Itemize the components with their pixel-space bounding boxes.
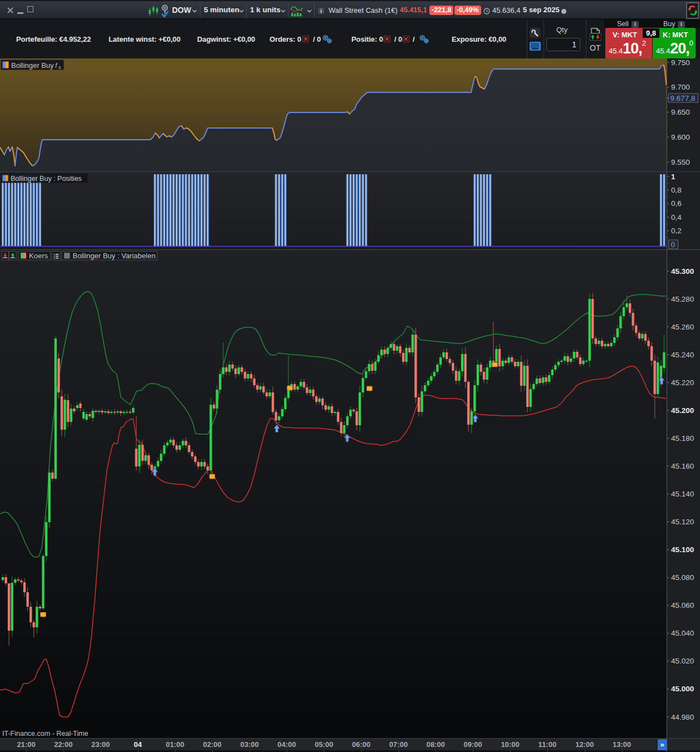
svg-text:9.750: 9.750	[671, 58, 690, 67]
svg-text:45.020: 45.020	[671, 657, 694, 665]
svg-text:Bollinger Buy : Posities: Bollinger Buy : Posities	[11, 175, 82, 183]
svg-text:9.700: 9.700	[671, 83, 690, 91]
svg-text:IT-Finance.com - Real-Time: IT-Finance.com - Real-Time	[2, 730, 88, 738]
svg-text:45.180: 45.180	[671, 434, 694, 443]
svg-text:45.260: 45.260	[671, 323, 694, 331]
svg-text:0,6: 0,6	[671, 199, 682, 208]
svg-text:45.100: 45.100	[671, 545, 694, 554]
svg-text:Bollinger Buy : Variabelen: Bollinger Buy : Variabelen	[73, 252, 156, 260]
svg-text:45.060: 45.060	[671, 601, 694, 610]
svg-text:45.120: 45.120	[671, 518, 694, 526]
svg-text:0,2: 0,2	[671, 227, 682, 235]
svg-text:45.300: 45.300	[671, 267, 694, 276]
svg-text:0,4: 0,4	[671, 213, 682, 222]
svg-text:9.650: 9.650	[671, 108, 690, 116]
svg-text:45.160: 45.160	[671, 462, 694, 470]
svg-text:9.600: 9.600	[671, 133, 690, 141]
svg-text:45.000: 45.000	[671, 685, 694, 693]
svg-text:9.677,8: 9.677,8	[670, 94, 696, 102]
svg-text:45.240: 45.240	[671, 351, 694, 359]
svg-text:Bollinger Buy: Bollinger Buy	[11, 61, 54, 70]
svg-text:45.140: 45.140	[671, 490, 694, 498]
svg-text:45.220: 45.220	[671, 379, 694, 387]
svg-text:9.550: 9.550	[671, 158, 690, 166]
svg-text:45.040: 45.040	[671, 629, 694, 637]
svg-text:45.280: 45.280	[671, 295, 694, 303]
svg-text:45.080: 45.080	[671, 573, 694, 582]
svg-text:44.980: 44.980	[671, 713, 694, 721]
svg-text:45.200: 45.200	[671, 406, 694, 415]
svg-text:0,8: 0,8	[671, 186, 682, 194]
svg-text:Koers: Koers	[29, 252, 48, 260]
svg-text:1: 1	[671, 173, 675, 181]
svg-text:x: x	[58, 65, 61, 70]
svg-text:0: 0	[671, 240, 675, 249]
